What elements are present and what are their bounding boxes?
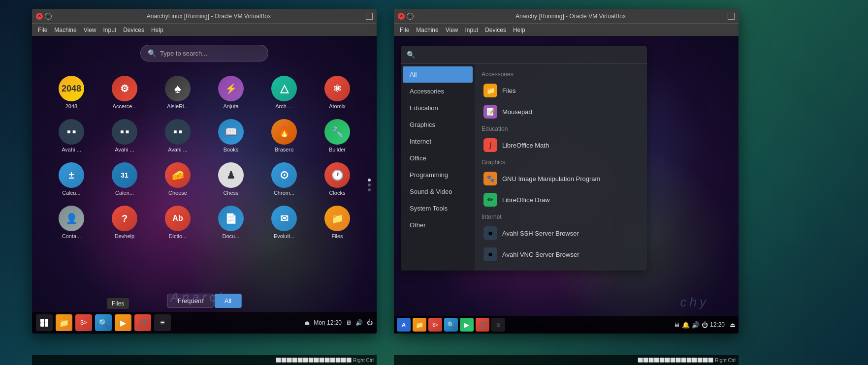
app-clocks[interactable]: 🕐 Clocks <box>313 159 362 199</box>
vm-menubar-right: File Machine View Input Devices Help <box>394 24 739 36</box>
app-item-libreoffice-math[interactable]: ∫ LibreOffice Math <box>477 135 645 155</box>
app-icon-circle-anjuta: ⚡ <box>218 76 244 101</box>
app-label-libreoffice-draw: LibreOffice Draw <box>502 196 550 204</box>
app-accerciser[interactable]: ⚙ Accerce... <box>100 73 149 112</box>
app-item-gimp[interactable]: 🐾 GNU Image Manipulation Program <box>477 168 645 189</box>
taskbar-play-icon[interactable]: ▶ <box>115 314 131 331</box>
app-devhelp[interactable]: ? Devhelp <box>100 203 149 242</box>
app-books[interactable]: 📖 Books <box>206 116 256 155</box>
app-label-books: Books <box>224 147 239 152</box>
app-docu[interactable]: 📄 Docu... <box>206 203 256 242</box>
sidebar-item-internet[interactable]: Internet <box>403 133 473 150</box>
app-item-mousepad[interactable]: 📝 Mousepad <box>477 101 645 122</box>
app-icon-circle-accerciser: ⚙ <box>112 76 137 101</box>
sidebar-item-other[interactable]: Other <box>403 217 473 233</box>
app-calcu[interactable]: ± Calcu... <box>47 159 96 199</box>
app-icon-circle-chess: ♟ <box>218 162 244 188</box>
vm-menu-devices-right[interactable]: Devices <box>482 26 509 34</box>
app-atomix[interactable]: ⚛ Atomix <box>313 73 362 112</box>
app-aisleri[interactable]: ♠ AisleRi... <box>153 73 202 112</box>
app-evoluti[interactable]: ✉ Evoluti... <box>259 203 309 242</box>
search-bar-left[interactable]: 🔍 Type to search... <box>140 45 268 61</box>
app-item-files[interactable]: 📁 Files <box>477 80 645 101</box>
taskbar-files-icon-right[interactable]: 📁 <box>413 318 426 332</box>
vm-menu-machine-left[interactable]: Machine <box>51 26 79 34</box>
taskbar-right-left: ⏏ Mon 12:20 🖥 🔊 ⏻ <box>304 319 373 326</box>
app-menu-search[interactable]: 🔍 <box>401 46 647 64</box>
taskbar-anarchy-icon[interactable]: A <box>397 318 411 332</box>
taskbar-notes-icon[interactable]: ≡ <box>154 314 171 331</box>
app-avahi3[interactable]: ■ ■ Avahi ... <box>153 116 202 155</box>
app-item-libreoffice-draw[interactable]: ✏ LibreOffice Draw <box>477 189 645 210</box>
vm-minimize-button-left[interactable]: – <box>45 13 52 20</box>
taskbar-play-icon-right[interactable]: ▶ <box>460 318 474 332</box>
sidebar-item-education[interactable]: Education <box>403 100 473 116</box>
vm-menu-file-right[interactable]: File <box>397 26 412 34</box>
sidebar-item-system-tools[interactable]: System Tools <box>403 200 473 216</box>
app-label-calen: Calen... <box>115 190 134 196</box>
taskbar-search-icon[interactable]: 🔍 <box>95 314 112 331</box>
app-label-2048: 2048 <box>65 103 77 109</box>
taskbar-apps-icon[interactable] <box>36 314 53 331</box>
vm-menu-machine-right[interactable]: Machine <box>413 26 441 34</box>
sidebar-item-accessories[interactable]: Accessories <box>403 83 473 99</box>
section-header-graphics: Graphics <box>475 156 647 168</box>
app-files-left[interactable]: 📁 Files <box>313 203 362 242</box>
app-icon-circle-files-left: 📁 <box>324 206 350 231</box>
taskbar-search-icon-right[interactable]: 🔍 <box>444 318 458 332</box>
app-anjuta[interactable]: ⚡ Anjuta <box>206 73 256 112</box>
app-icon-circle-devhelp: ? <box>112 206 137 231</box>
app-dictio[interactable]: Ab Dictio... <box>153 203 202 242</box>
app-builder[interactable]: 🔧 Builder <box>313 116 362 155</box>
app-chess[interactable]: ♟ Chess <box>206 159 256 199</box>
vm-menu-devices-left[interactable]: Devices <box>120 26 147 34</box>
app-icon-circle-avahi1: ■ ■ <box>59 119 84 145</box>
vm-titlebar-controls-left: ✕ – <box>36 13 52 20</box>
app-menu-sidebar: All Accessories Education Graphics Inter… <box>401 64 475 271</box>
all-button[interactable]: All <box>215 294 241 308</box>
vm-window-left: ✕ – AnarchyLinux [Running] - Oracle VM V… <box>32 9 377 334</box>
vm-menu-view-right[interactable]: View <box>443 26 461 34</box>
sidebar-item-office[interactable]: Office <box>403 150 473 166</box>
sidebar-item-graphics[interactable]: Graphics <box>403 117 473 133</box>
app-2048[interactable]: 2048 2048 <box>47 73 96 112</box>
app-chrom[interactable]: ⊙ Chrom... <box>259 159 309 199</box>
vm-titlebar-right: ✕ – Anarchy [Running] - Oracle VM Virtua… <box>394 9 739 24</box>
app-calen[interactable]: 31 Calen... <box>100 159 149 199</box>
app-arch[interactable]: △ Arch-... <box>259 73 309 112</box>
app-icon-circle-avahi2: ■ ■ <box>112 119 137 145</box>
app-cheese[interactable]: 🧀 Cheese <box>153 159 202 199</box>
vm-maximize-button-right[interactable] <box>728 13 735 20</box>
app-item-avahi-ssh[interactable]: ■ Avahi SSH Server Browser <box>477 223 645 243</box>
app-icon-circle-docu: 📄 <box>218 206 244 231</box>
vm-close-button-right[interactable]: ✕ <box>398 13 405 20</box>
taskbar-terminal-icon-right[interactable]: $> <box>428 318 442 332</box>
taskbar-notes-icon-right[interactable]: ≡ <box>491 318 505 332</box>
vm-menu-input-right[interactable]: Input <box>462 26 482 34</box>
vm-minimize-button-right[interactable]: – <box>407 13 414 20</box>
app-brasero[interactable]: 🔥 Brasero <box>259 116 309 155</box>
vm-menu-view-left[interactable]: View <box>81 26 99 34</box>
app-label-aisleri: AisleRi... <box>167 103 188 109</box>
app-label-avahi1: Avahi ... <box>62 147 81 152</box>
vm-close-button-left[interactable]: ✕ <box>36 13 43 20</box>
sidebar-item-programming[interactable]: Programming <box>403 167 473 183</box>
app-avahi1[interactable]: ■ ■ Avahi ... <box>47 116 96 155</box>
app-conta[interactable]: 👤 Conta... <box>47 203 96 242</box>
vm-menu-input-left[interactable]: Input <box>100 26 120 34</box>
taskbar-terminal-icon[interactable]: $> <box>75 314 92 331</box>
vm-menu-help-left[interactable]: Help <box>148 26 166 34</box>
vm-maximize-button-left[interactable] <box>366 13 373 20</box>
taskbar-music-icon-right[interactable]: 🎵 <box>476 318 489 332</box>
app-icon-circle-builder: 🔧 <box>324 119 350 145</box>
app-item-avahi-vnc[interactable]: ■ Avahi VNC Server Browser <box>477 244 645 265</box>
vm-menu-help-right[interactable]: Help <box>510 26 528 34</box>
taskbar-music-icon[interactable]: 🎵 <box>134 314 151 331</box>
taskbar-files-icon[interactable]: 📁 <box>56 314 72 331</box>
sidebar-item-sound-video[interactable]: Sound & Video <box>403 183 473 200</box>
vm-menu-file-left[interactable]: File <box>35 26 50 34</box>
app-icon-circle-brasero: 🔥 <box>271 119 297 145</box>
sidebar-item-all[interactable]: All <box>403 66 473 83</box>
app-avahi2[interactable]: ■ ■ Avahi ... <box>100 116 149 155</box>
frequent-button[interactable]: Frequent <box>167 294 214 308</box>
